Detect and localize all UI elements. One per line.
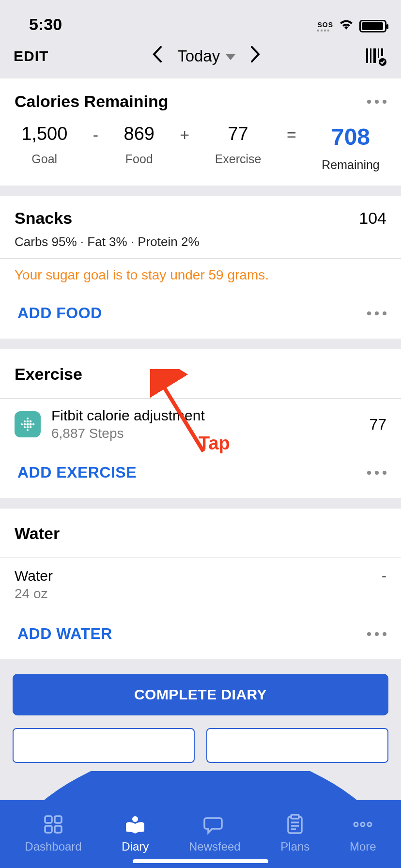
food-value: 869 bbox=[124, 124, 154, 144]
nav-newsfeed[interactable]: Newsfeed bbox=[189, 813, 241, 853]
food-column: 869 Food bbox=[124, 124, 154, 166]
svg-point-15 bbox=[30, 420, 32, 423]
water-title: Water bbox=[0, 509, 401, 558]
annotation-label: Tap bbox=[199, 433, 230, 454]
water-item-sub: 24 oz bbox=[15, 586, 53, 602]
nav-dashboard-label: Dashboard bbox=[25, 840, 81, 853]
exercise-item-name: Fitbit calorie adjustment bbox=[51, 407, 205, 424]
equals-operator: = bbox=[287, 124, 296, 144]
calories-title: Calories Remaining bbox=[15, 92, 168, 111]
svg-point-12 bbox=[24, 423, 26, 426]
nav-newsfeed-label: Newsfeed bbox=[189, 840, 241, 853]
prev-day-button[interactable] bbox=[152, 46, 163, 67]
svg-point-14 bbox=[21, 423, 23, 425]
water-section: Water Water 24 oz - ADD WATER bbox=[0, 509, 401, 659]
svg-point-30 bbox=[361, 822, 365, 826]
add-exercise-button[interactable]: ADD EXERCISE bbox=[17, 464, 137, 481]
svg-rect-1 bbox=[370, 48, 371, 63]
svg-point-13 bbox=[24, 426, 26, 428]
svg-point-29 bbox=[354, 822, 358, 826]
sos-indicator: SOS bbox=[317, 21, 333, 31]
exercise-title: Exercise bbox=[0, 349, 401, 398]
goal-value: 1,500 bbox=[21, 124, 67, 144]
sugar-goal-tip: Your sugar goal is to stay under 59 gram… bbox=[0, 259, 401, 292]
nav-more-label: More bbox=[350, 840, 376, 853]
snacks-title: Snacks bbox=[15, 209, 72, 228]
nav-diary[interactable]: Diary bbox=[122, 813, 149, 853]
water-item-value: - bbox=[382, 568, 386, 584]
exercise-item-value: 77 bbox=[369, 416, 386, 434]
svg-point-11 bbox=[24, 420, 26, 422]
date-selector[interactable]: Today bbox=[177, 47, 235, 65]
svg-rect-22 bbox=[55, 826, 62, 833]
add-water-button[interactable]: ADD WATER bbox=[17, 625, 112, 643]
status-icons: SOS bbox=[317, 18, 386, 34]
newsfeed-icon bbox=[189, 813, 241, 836]
svg-point-31 bbox=[368, 822, 371, 826]
svg-point-10 bbox=[27, 429, 29, 431]
remaining-value: 708 bbox=[322, 124, 380, 150]
svg-rect-25 bbox=[291, 815, 299, 819]
diary-icon bbox=[122, 813, 149, 836]
svg-rect-4 bbox=[381, 48, 383, 56]
svg-point-16 bbox=[29, 423, 31, 425]
dashboard-icon bbox=[25, 813, 81, 836]
svg-rect-21 bbox=[45, 826, 52, 833]
remaining-column: 708 Remaining bbox=[322, 124, 380, 172]
wifi-icon bbox=[339, 18, 354, 34]
water-more-button[interactable] bbox=[367, 632, 386, 636]
date-label-text: Today bbox=[177, 47, 220, 65]
edit-button[interactable]: EDIT bbox=[14, 48, 48, 64]
diary-header: EDIT Today bbox=[0, 34, 401, 78]
calories-more-button[interactable] bbox=[367, 100, 386, 104]
nav-more[interactable]: More bbox=[350, 813, 376, 853]
exercise-more-button[interactable] bbox=[367, 471, 386, 475]
snacks-more-button[interactable] bbox=[367, 311, 386, 315]
plus-operator: + bbox=[180, 124, 189, 144]
battery-icon bbox=[359, 20, 386, 32]
exercise-section: Exercise Fitbit calorie bbox=[0, 349, 401, 498]
secondary-action-1[interactable] bbox=[13, 728, 195, 763]
svg-rect-20 bbox=[55, 816, 62, 823]
svg-rect-19 bbox=[45, 816, 52, 823]
diary-actions: COMPLETE DIARY bbox=[0, 659, 401, 763]
add-food-button[interactable]: ADD FOOD bbox=[17, 304, 102, 322]
nav-plans[interactable]: Plans bbox=[280, 813, 309, 853]
date-navigator: Today bbox=[152, 46, 261, 67]
snacks-section: Snacks 104 Carbs 95% · Fat 3% · Protein … bbox=[0, 196, 401, 339]
minus-operator: - bbox=[93, 124, 98, 144]
complete-diary-button[interactable]: COMPLETE DIARY bbox=[13, 674, 388, 715]
snacks-total: 104 bbox=[359, 209, 386, 228]
water-item-name: Water bbox=[15, 568, 53, 584]
svg-point-18 bbox=[32, 423, 35, 426]
svg-point-7 bbox=[27, 420, 29, 423]
bottom-nav-container: Dashboard Diary Newsfeed bbox=[0, 771, 401, 868]
status-bar: 5:30 SOS bbox=[0, 0, 401, 34]
nav-dashboard[interactable]: Dashboard bbox=[25, 813, 81, 853]
barcode-scan-button[interactable] bbox=[364, 46, 387, 66]
svg-rect-3 bbox=[378, 48, 379, 58]
status-time: 5:30 bbox=[29, 15, 62, 34]
svg-point-6 bbox=[27, 418, 29, 419]
exercise-label: Exercise bbox=[215, 152, 262, 166]
exercise-column: 77 Exercise bbox=[215, 124, 262, 166]
svg-point-17 bbox=[30, 426, 32, 429]
calories-remaining-card: Calories Remaining 1,500 Goal - 869 Food… bbox=[0, 78, 401, 186]
goal-column: 1,500 Goal bbox=[21, 124, 67, 166]
nav-diary-label: Diary bbox=[122, 840, 149, 853]
next-day-button[interactable] bbox=[250, 46, 261, 67]
secondary-action-2[interactable] bbox=[206, 728, 388, 763]
fitbit-icon bbox=[15, 411, 41, 437]
food-label: Food bbox=[124, 152, 154, 166]
svg-rect-2 bbox=[373, 48, 376, 63]
more-icon bbox=[350, 813, 376, 836]
svg-point-23 bbox=[132, 816, 138, 822]
home-indicator[interactable] bbox=[133, 859, 268, 863]
snacks-macros: Carbs 95% · Fat 3% · Protein 2% bbox=[0, 234, 401, 258]
remaining-label: Remaining bbox=[322, 158, 380, 172]
exercise-value: 77 bbox=[215, 124, 262, 144]
svg-point-9 bbox=[27, 426, 29, 429]
goal-label: Goal bbox=[21, 152, 67, 166]
caret-down-icon bbox=[226, 54, 235, 60]
water-item[interactable]: Water 24 oz - bbox=[0, 558, 401, 612]
